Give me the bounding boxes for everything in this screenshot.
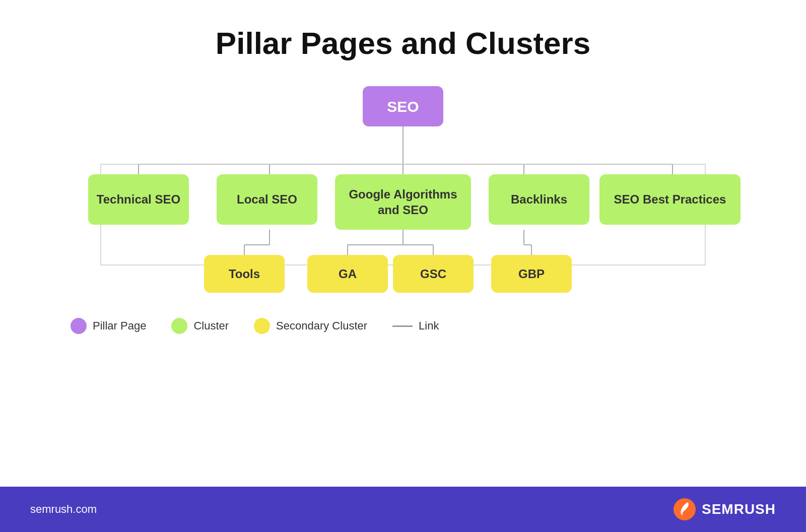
legend-cluster: Cluster <box>171 318 229 334</box>
legend-secondary-cluster: Secondary Cluster <box>254 318 367 334</box>
secondary-node-gsc: GSC <box>393 255 474 293</box>
legend-cluster-label: Cluster <box>193 319 229 332</box>
legend-line-symbol <box>392 325 413 327</box>
secondary-node-gbp: GBP <box>491 255 572 293</box>
legend-secondary-dot <box>254 318 270 334</box>
cluster-node-technical-seo: Technical SEO <box>88 174 189 225</box>
legend-pillar-label: Pillar Page <box>93 319 146 332</box>
footer-brand: SEMRUSH <box>674 498 776 520</box>
semrush-logo-icon <box>674 498 696 520</box>
footer-url: semrush.com <box>30 503 97 516</box>
legend-pillar-dot <box>71 318 87 334</box>
page-title: Pillar Pages and Clusters <box>216 25 590 61</box>
pillar-node-seo: SEO <box>363 86 443 126</box>
footer-brand-text: SEMRUSH <box>702 501 776 517</box>
cluster-node-seo-best-practices: SEO Best Practices <box>599 174 741 225</box>
cluster-node-local-seo: Local SEO <box>217 174 317 225</box>
legend-link-label: Link <box>419 319 439 332</box>
legend-link: Link <box>392 319 439 332</box>
legend: Pillar Page Cluster Secondary Cluster Li… <box>71 318 439 334</box>
legend-secondary-label: Secondary Cluster <box>276 319 367 332</box>
cluster-node-google-algorithms: Google Algorithmsand SEO <box>335 174 471 230</box>
cluster-node-backlinks: Backlinks <box>489 174 589 225</box>
legend-pillar-page: Pillar Page <box>71 318 146 334</box>
footer: semrush.com SEMRUSH <box>0 487 806 532</box>
legend-cluster-dot <box>171 318 187 334</box>
diagram-area: SEO Technical SEO Local SEO Google Algor… <box>50 86 756 298</box>
main-content: Pillar Pages and Clusters <box>0 0 806 487</box>
secondary-node-ga: GA <box>307 255 388 293</box>
secondary-node-tools: Tools <box>204 255 285 293</box>
